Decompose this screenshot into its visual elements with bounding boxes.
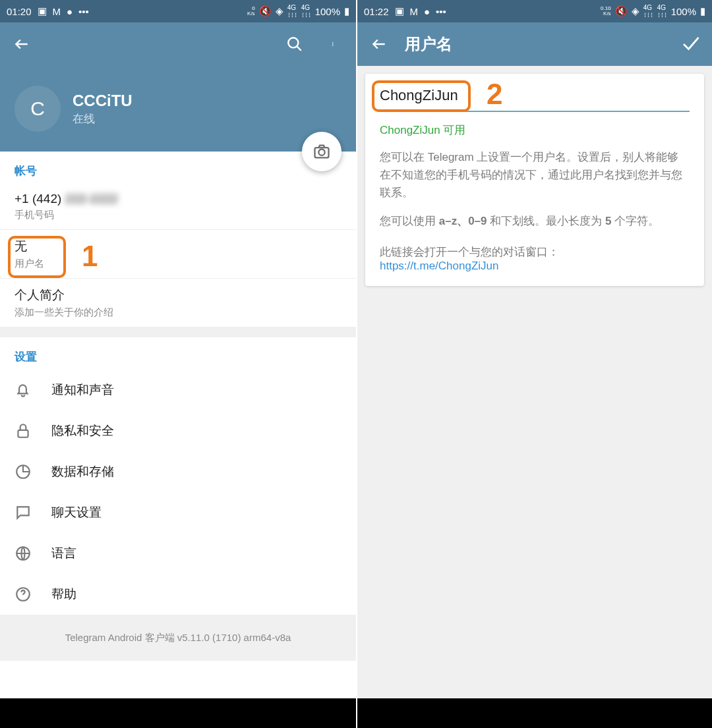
version-text: Telegram Android 客户端 v5.11.0 (1710) arm6… [0,615,356,661]
signal-4g-icon: 4G⫶⫶⫶ [643,4,653,18]
arrow-left-icon [13,36,30,53]
status-time: 01:22 [364,6,389,17]
status-time: 01:20 [7,6,32,17]
notifications-row[interactable]: 通知和声音 [0,370,356,410]
image-icon: ▣ [395,5,404,17]
mail-icon: M [53,6,61,17]
wifi-icon: ◈ [276,5,283,17]
status-bar: 01:20 ▣ M ● ••• 0K/s 🔇 ◈ 4G⫶⫶⫶ 4G⫶⫶⫶ 100… [0,0,356,22]
description-2: 您可以使用 a–z、0–9 和下划线。最小长度为 5 个字符。 [380,212,690,230]
username-input-wrap [380,87,690,112]
chat-icon [15,504,32,521]
username-card: ChongZiJun 可用 您可以在 Telegram 上设置一个用户名。设置后… [365,74,704,286]
status-bar: 01:22 ▣ M ● ••• 0.10K/s 🔇 ◈ 4G⫶⫶⫶ 4G⫶⫶⫶ … [357,0,712,22]
navigation-bar [0,698,356,728]
image-icon: ▣ [38,5,47,17]
app-bar: 用户名 [357,22,712,66]
chat-icon: ● [424,6,430,17]
camera-icon [312,142,331,161]
battery-text: 100% [671,6,696,17]
phone-row[interactable]: +1 (442) 222-2222 手机号码 [0,184,356,230]
avatar[interactable]: C [15,86,61,132]
battery-icon: ▮ [700,5,705,17]
mute-icon: 🔇 [615,5,628,17]
link-description: 此链接会打开一个与您的对话窗口： [380,244,690,260]
username-screen: 01:22 ▣ M ● ••• 0.10K/s 🔇 ◈ 4G⫶⫶⫶ 4G⫶⫶⫶ … [356,0,712,728]
settings-section-label: 设置 [0,337,356,370]
back-button[interactable] [365,30,393,58]
username-row[interactable]: 无 用户名 [0,230,356,279]
app-bar [0,22,356,66]
battery-icon: ▮ [344,5,349,17]
description-1: 您可以在 Telegram 上设置一个用户名。设置后，别人将能够在不知道您的手机… [380,148,690,202]
svg-point-5 [318,150,324,155]
privacy-row[interactable]: 隐私和安全 [0,410,356,451]
profile-status: 在线 [73,111,133,126]
dots-vertical-icon [332,36,336,53]
wifi-icon: ◈ [632,5,639,17]
help-icon [15,586,32,603]
arrow-left-icon [371,36,388,53]
divider [0,327,356,337]
menu-button[interactable] [320,30,348,58]
svg-point-3 [332,45,333,46]
bell-icon [15,381,32,399]
username-link[interactable]: https://t.me/ChongZiJun [380,260,690,273]
signal-4g-icon: 4G⫶⫶⫶ [301,4,311,18]
svg-point-1 [332,42,333,43]
signal-4g-icon: 4G⫶⫶⫶ [287,4,297,18]
settings-screen: 01:20 ▣ M ● ••• 0K/s 🔇 ◈ 4G⫶⫶⫶ 4G⫶⫶⫶ 100… [0,0,356,728]
help-row[interactable]: 帮助 [0,574,356,615]
navigation-bar [357,698,712,728]
svg-point-0 [288,38,298,47]
profile-header: C CCCiTU 在线 [0,66,356,152]
username-input[interactable] [380,87,690,104]
check-icon [680,34,700,54]
mail-icon: M [410,6,419,17]
camera-button[interactable] [302,132,341,171]
chat-row[interactable]: 聊天设置 [0,492,356,533]
pie-icon [15,463,32,480]
svg-rect-6 [18,430,28,437]
page-title: 用户名 [405,34,452,55]
more-icon: ••• [78,6,89,17]
profile-name: CCCiTU [73,92,133,110]
language-row[interactable]: 语言 [0,533,356,574]
bio-row[interactable]: 个人简介 添加一些关于你的介绍 [0,279,356,327]
lock-icon [15,422,32,439]
battery-text: 100% [315,6,340,17]
search-button[interactable] [281,30,309,58]
mute-icon: 🔇 [259,5,272,17]
more-icon: ••• [436,6,446,17]
search-icon [286,36,303,53]
chat-icon: ● [67,6,73,17]
signal-4g-icon: 4G⫶⫶⫶ [657,4,667,18]
data-row[interactable]: 数据和存储 [0,451,356,492]
back-button[interactable] [8,30,36,58]
confirm-button[interactable] [676,30,704,58]
globe-icon [15,545,32,562]
svg-point-2 [332,44,333,45]
availability-text: ChongZiJun 可用 [380,123,690,138]
